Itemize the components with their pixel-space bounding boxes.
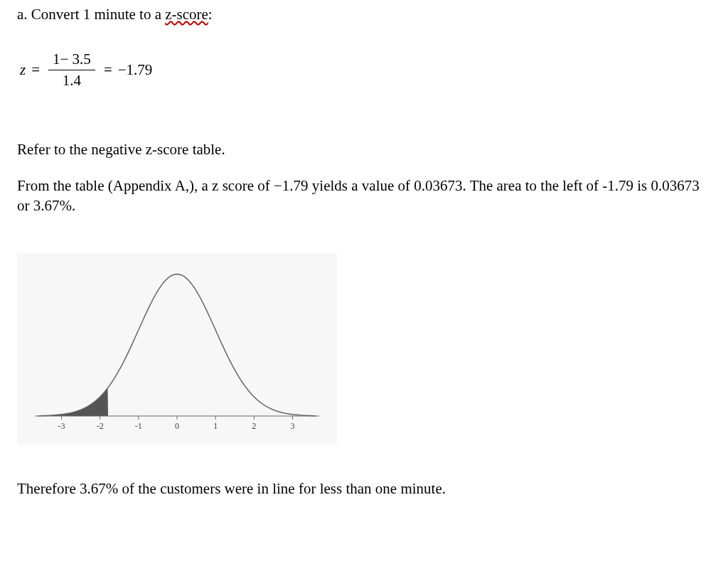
x-tick-label: -3 [58, 421, 65, 431]
eq-numerator: 1− 3.5 [48, 50, 95, 70]
heading-prefix: a. Convert 1 minute to a [17, 6, 165, 23]
normal-distribution-chart: -3-2-10123 [17, 252, 337, 444]
heading-zscore: z-score [165, 6, 208, 23]
conclusion-text: Therefore 3.67% of the customers were in… [17, 480, 711, 498]
x-tick-label: 3 [291, 421, 295, 431]
chart-svg: -3-2-10123 [17, 252, 337, 444]
eq-equals1: = [31, 61, 40, 79]
question-heading: a. Convert 1 minute to a z-score: [17, 6, 711, 23]
x-tick-label: 0 [175, 421, 179, 431]
eq-fraction: 1− 3.5 1.4 [48, 50, 95, 90]
paragraph-table: From the table (Appendix A,), a z score … [17, 176, 711, 216]
eq-z: z [20, 61, 26, 79]
x-tick-label: 1 [213, 421, 218, 431]
eq-denominator: 1.4 [58, 70, 85, 90]
x-tick-label: -2 [97, 421, 104, 431]
eq-equals2: = [104, 61, 112, 79]
x-tick-label: 2 [252, 421, 256, 431]
eq-result: −1.79 [118, 61, 153, 79]
zscore-equation: z = 1− 3.5 1.4 = −1.79 [20, 50, 711, 90]
x-tick-label: -1 [135, 421, 142, 431]
curve-line [38, 274, 316, 416]
heading-suffix: : [208, 6, 213, 23]
paragraph-refer: Refer to the negative z-score table. [17, 139, 711, 159]
